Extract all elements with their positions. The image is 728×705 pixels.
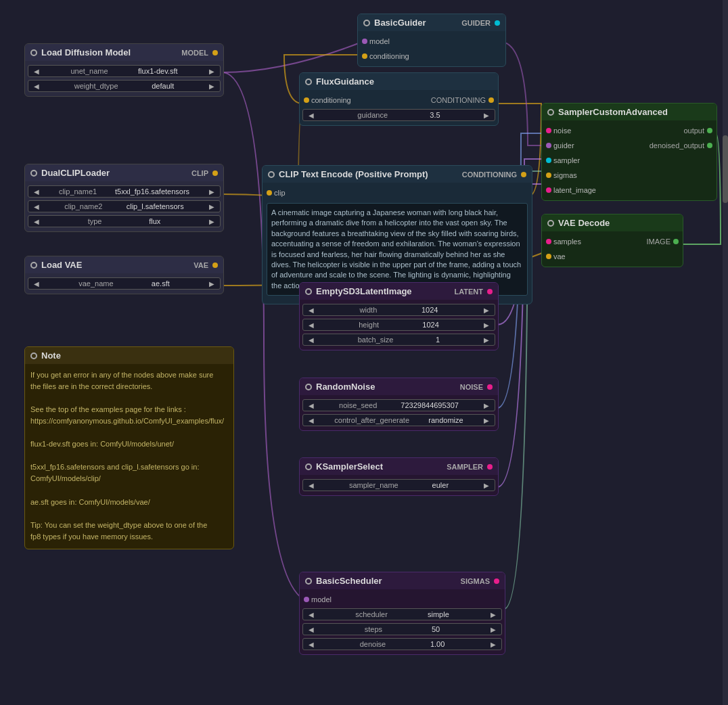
- height-left-arrow[interactable]: ◀: [307, 321, 315, 329]
- guidance-field[interactable]: ◀ guidance 3.5 ▶: [302, 109, 495, 121]
- batch-field[interactable]: ◀ batch_size 1 ▶: [302, 334, 495, 346]
- load-diffusion-body: ◀ unet_name flux1-dev.sft ▶ ◀ weight_dty…: [25, 61, 223, 96]
- ksampler-node: KSamplerSelect SAMPLER ◀ sampler_name eu…: [299, 457, 499, 496]
- scheduler-field[interactable]: ◀ scheduler simple ▶: [302, 608, 502, 620]
- sampler-output-port: [487, 464, 493, 470]
- control-left-arrow[interactable]: ◀: [307, 417, 315, 424]
- dtype-right-arrow[interactable]: ▶: [208, 83, 216, 90]
- denoise-left-arrow[interactable]: ◀: [307, 641, 315, 648]
- guider-in-port: [546, 143, 551, 148]
- canvas: Load Diffusion Model MODEL ◀ unet_name f…: [0, 0, 728, 705]
- scrollbar-thumb[interactable]: [723, 135, 728, 203]
- sampler-name-left-arrow[interactable]: ◀: [307, 482, 315, 489]
- ksampler-body: ◀ sampler_name euler ▶: [300, 475, 498, 495]
- steps-field[interactable]: ◀ steps 50 ▶: [302, 623, 502, 635]
- ksampler-title: KSamplerSelect: [316, 461, 383, 472]
- clip2-value: clip_l.safetensors: [127, 202, 184, 210]
- denoise-field[interactable]: ◀ denoise 1.00 ▶: [302, 638, 502, 650]
- batch-right-arrow[interactable]: ▶: [482, 336, 491, 344]
- latent-output-port: [487, 289, 493, 294]
- scheduler-left-arrow[interactable]: ◀: [307, 611, 315, 618]
- vae-name-field[interactable]: ◀ vae_name ae.sft ▶: [28, 277, 221, 290]
- guidance-left-arrow[interactable]: ◀: [307, 112, 315, 119]
- seed-left-arrow[interactable]: ◀: [307, 402, 315, 409]
- sigmas-output-port: [494, 578, 499, 584]
- seed-field[interactable]: ◀ noise_seed 72329844695307 ▶: [302, 399, 495, 411]
- model-output-port: [212, 50, 218, 55]
- width-left-arrow[interactable]: ◀: [307, 306, 315, 314]
- denoise-right-arrow[interactable]: ▶: [489, 641, 497, 648]
- seed-field-row: ◀ noise_seed 72329844695307 ▶: [300, 398, 498, 413]
- guidance-value: 3.5: [430, 111, 440, 119]
- height-value: 1024: [422, 321, 438, 329]
- clip1-field[interactable]: ◀ clip_name1 t5xxl_fp16.safetensors ▶: [28, 185, 221, 198]
- width-label: width: [360, 306, 378, 314]
- vae-decode-header: VAE Decode: [542, 214, 683, 231]
- load-diffusion-dot: [30, 49, 37, 56]
- empty-latent-title: EmptySD3LatentImage: [316, 286, 412, 296]
- sampler-custom-body: noise output guider denoised_output: [542, 120, 716, 200]
- model-input-port: [362, 39, 367, 44]
- dual-clip-node: DualCLIPLoader CLIP ◀ clip_name1 t5xxl_f…: [24, 164, 224, 232]
- clip2-field-row: ◀ clip_name2 clip_l.safetensors ▶: [25, 199, 223, 214]
- steps-right-arrow[interactable]: ▶: [489, 626, 497, 633]
- note-header: Note: [25, 347, 233, 364]
- unet-right-arrow[interactable]: ▶: [208, 68, 216, 75]
- guider-output-port: [495, 20, 500, 26]
- vae-name-right-arrow[interactable]: ▶: [208, 280, 216, 288]
- vae-input-row: vae: [542, 249, 683, 264]
- guidance-right-arrow[interactable]: ▶: [482, 112, 491, 119]
- sigmas-in-label: sigmas: [546, 171, 577, 179]
- basic-guider-header: BasicGuider GUIDER: [358, 14, 505, 31]
- unet-label: unet_name: [70, 67, 108, 75]
- type-field[interactable]: ◀ type flux ▶: [28, 215, 221, 227]
- model-bs-in-label: model: [304, 595, 332, 604]
- clip2-left-arrow[interactable]: ◀: [32, 203, 41, 210]
- sampler-name-right-arrow[interactable]: ▶: [482, 482, 491, 489]
- noise-output-label: NOISE: [460, 383, 483, 391]
- dtype-field[interactable]: ◀ weight_dtype default ▶: [28, 80, 221, 92]
- latent-in-label: latent_image: [546, 186, 596, 194]
- model-bs-in-port: [304, 597, 309, 602]
- width-field[interactable]: ◀ width 1024 ▶: [302, 304, 495, 316]
- guider-in-label: guider: [546, 141, 574, 150]
- height-field[interactable]: ◀ height 1024 ▶: [302, 319, 495, 331]
- flux-guidance-header: FluxGuidance: [300, 73, 498, 90]
- width-right-arrow[interactable]: ▶: [482, 306, 491, 314]
- load-diffusion-title: Load Diffusion Model: [41, 47, 131, 58]
- noise-output-port: [487, 384, 493, 390]
- dual-clip-dot: [30, 170, 37, 177]
- load-vae-node: Load VAE VAE ◀ vae_name ae.sft ▶: [24, 256, 224, 294]
- clip2-field[interactable]: ◀ clip_name2 clip_l.safetensors ▶: [28, 200, 221, 212]
- dtype-left-arrow[interactable]: ◀: [32, 83, 41, 90]
- model-input-row: model: [358, 34, 505, 49]
- type-left-arrow[interactable]: ◀: [32, 218, 41, 225]
- vae-in-port: [546, 254, 551, 259]
- model-bs-input-row: model: [300, 592, 505, 607]
- sampler-name-field[interactable]: ◀ sampler_name euler ▶: [302, 479, 495, 491]
- height-right-arrow[interactable]: ▶: [482, 321, 491, 329]
- seed-right-arrow[interactable]: ▶: [482, 402, 491, 409]
- control-field[interactable]: ◀ control_after_generate randomize ▶: [302, 414, 495, 426]
- unet-field[interactable]: ◀ unet_name flux1-dev.sft ▶: [28, 65, 221, 77]
- vae-name-left-arrow[interactable]: ◀: [32, 280, 41, 288]
- scheduler-right-arrow[interactable]: ▶: [489, 611, 497, 618]
- control-right-arrow[interactable]: ▶: [482, 417, 491, 424]
- clip1-right-arrow[interactable]: ▶: [208, 188, 216, 196]
- batch-left-arrow[interactable]: ◀: [307, 336, 315, 344]
- steps-value: 50: [432, 625, 440, 633]
- guidance-label: guidance: [357, 111, 388, 119]
- clip2-right-arrow[interactable]: ▶: [208, 203, 216, 210]
- denoise-field-row: ◀ denoise 1.00 ▶: [300, 637, 505, 652]
- unet-left-arrow[interactable]: ◀: [32, 68, 41, 75]
- steps-left-arrow[interactable]: ◀: [307, 626, 315, 633]
- load-diffusion-node: Load Diffusion Model MODEL ◀ unet_name f…: [24, 43, 224, 97]
- control-value: randomize: [428, 416, 463, 424]
- conditioning-port-label: conditioning: [362, 52, 409, 60]
- dtype-field-row: ◀ weight_dtype default ▶: [25, 78, 223, 93]
- latent-output-label: LATENT: [454, 288, 483, 296]
- clip1-left-arrow[interactable]: ◀: [32, 188, 41, 196]
- type-right-arrow[interactable]: ▶: [208, 218, 216, 225]
- height-field-row: ◀ height 1024 ▶: [300, 317, 498, 332]
- vae-decode-dot: [547, 220, 554, 227]
